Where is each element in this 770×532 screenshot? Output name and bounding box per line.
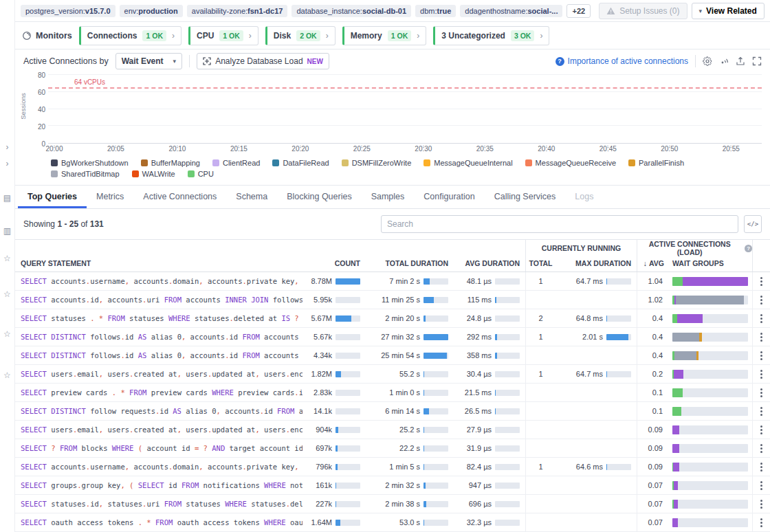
legend-item[interactable]: WALWrite: [132, 170, 175, 178]
legend-item[interactable]: ParallelFinish: [628, 159, 684, 167]
table-row[interactable]: SELECT statuses.id, statuses.uri FROM st…: [15, 495, 770, 513]
legend-item[interactable]: ClientRead: [212, 159, 260, 167]
row-menu-button[interactable]: [752, 309, 770, 327]
legend-item[interactable]: DSMFillZeroWrite: [342, 159, 412, 167]
table-row[interactable]: SELECT users.email, users.created_at, us…: [15, 421, 770, 439]
kebab-icon: [760, 425, 762, 434]
table-row[interactable]: SELECT users.email, users.created_at, us…: [15, 365, 770, 384]
cell-running-total: [525, 291, 556, 309]
row-menu-button[interactable]: [752, 458, 770, 476]
legend-item[interactable]: BgWorkerShutdown: [51, 159, 129, 167]
monitor-card[interactable]: Memory1 OK›: [342, 26, 427, 45]
setup-issues-button[interactable]: Setup Issues (0): [599, 3, 687, 19]
tab-samples[interactable]: Samples: [362, 186, 415, 208]
monitor-card[interactable]: Disk2 OK›: [265, 26, 336, 45]
legend-item[interactable]: CPU: [188, 170, 214, 178]
table-row[interactable]: SELECT accounts.username, accounts.domai…: [15, 272, 770, 291]
column-wait-groups[interactable]: WAIT GROUPS: [668, 255, 752, 271]
star-icon[interactable]: ☆: [3, 371, 11, 379]
legend-swatch: [628, 159, 635, 166]
row-menu-button[interactable]: [752, 272, 770, 290]
chevron-right-icon[interactable]: ›: [6, 143, 9, 151]
table-row[interactable]: SELECT DISTINCT follows.id AS alias_0, a…: [15, 346, 770, 365]
signal-icon[interactable]: [719, 56, 729, 66]
fullscreen-icon[interactable]: [752, 56, 762, 66]
analyze-database-load-button[interactable]: Analyze Database Load NEW: [197, 53, 329, 69]
tag-pill[interactable]: database_instance:social-db-01: [292, 5, 411, 17]
chevron-right-icon: ›: [249, 31, 252, 41]
row-menu-button[interactable]: [752, 421, 770, 439]
row-menu-button[interactable]: [752, 402, 770, 420]
active-connections-group-header: ACTIVE CONNECTIONS (LOAD) ?: [637, 240, 752, 256]
export-icon[interactable]: [736, 56, 745, 66]
table-row[interactable]: SELECT ? FROM blocks WHERE ( account_id …: [15, 439, 770, 458]
table-row[interactable]: SELECT preview_cards . * FROM preview_ca…: [15, 384, 770, 402]
table-row[interactable]: SELECT DISTINCT follow_requests.id AS al…: [15, 402, 770, 421]
chevron-right-icon[interactable]: ›: [6, 159, 9, 168]
tag-pill[interactable]: dbm:true: [415, 5, 456, 17]
notebook-icon[interactable]: ▤: [3, 194, 11, 202]
tab-blocking-queries[interactable]: Blocking Queries: [277, 186, 362, 208]
monitor-card[interactable]: 3 Uncategorized3 OK›: [433, 26, 549, 45]
legend-item[interactable]: BufferMapping: [141, 159, 200, 167]
layers-icon[interactable]: ▥: [3, 227, 11, 235]
table-row[interactable]: SELECT groups.group_key, ( SELECT id FRO…: [15, 476, 770, 495]
column-max-duration[interactable]: MAX DURATION: [556, 255, 637, 271]
cell-total-duration: 6 min 14 s: [366, 402, 454, 420]
tab-configuration[interactable]: Configuration: [414, 186, 484, 208]
chevron-right-icon: ›: [172, 31, 175, 41]
search-input[interactable]: [381, 215, 738, 233]
code-view-button[interactable]: </>: [744, 215, 762, 233]
column-count[interactable]: COUNT: [302, 255, 366, 271]
legend-swatch: [272, 159, 279, 166]
star-icon[interactable]: ☆: [3, 330, 11, 338]
star-icon[interactable]: ☆: [3, 290, 11, 298]
table-row[interactable]: SELECT accounts.id, accounts.uri FROM ac…: [15, 291, 770, 309]
view-related-button[interactable]: ▾ View Related: [692, 3, 764, 19]
row-menu-button[interactable]: [752, 495, 770, 513]
column-avg-duration[interactable]: AVG DURATION: [454, 255, 525, 271]
tab-active-connections[interactable]: Active Connections: [133, 186, 226, 208]
cell-avg-duration: 48.1 µs: [454, 272, 525, 290]
column-query-statement[interactable]: QUERY STATEMENT: [15, 255, 302, 271]
tab-metrics[interactable]: Metrics: [87, 186, 133, 208]
column-total-duration[interactable]: TOTAL DURATION: [366, 255, 454, 271]
tag-pill[interactable]: env:production: [120, 5, 183, 17]
table-row[interactable]: SELECT statuses . * FROM statuses WHERE …: [15, 309, 770, 328]
column-avg-sorted[interactable]: ↓ AVG: [637, 255, 668, 271]
row-menu-button[interactable]: [752, 365, 770, 383]
tab-logs[interactable]: Logs: [565, 186, 603, 208]
column-running-total[interactable]: TOTAL: [525, 255, 556, 271]
cell-wait-groups: [668, 476, 752, 494]
row-menu-button[interactable]: [752, 328, 770, 346]
row-menu-button[interactable]: [752, 384, 770, 401]
cell-max-duration: [556, 291, 637, 309]
table-row[interactable]: SELECT oauth_access_tokens . * FROM oaut…: [15, 513, 770, 532]
tag-pill[interactable]: availability-zone:fsn1-dc17: [187, 5, 288, 17]
monitor-card[interactable]: CPU1 OK›: [188, 26, 258, 45]
legend-item[interactable]: MessageQueueReceive: [525, 159, 616, 167]
gear-icon[interactable]: [703, 56, 712, 66]
row-menu-button[interactable]: [752, 291, 770, 309]
tag-pill[interactable]: postgres_version:v15.7.0: [21, 5, 116, 17]
row-menu-button[interactable]: [752, 476, 770, 494]
info-icon[interactable]: ?: [745, 245, 752, 252]
wait-event-dropdown[interactable]: Wait Event ▾: [116, 53, 182, 69]
table-row[interactable]: SELECT DISTINCT follows.id AS alias_0, a…: [15, 328, 770, 346]
tab-schema[interactable]: Schema: [226, 186, 277, 208]
more-tags-button[interactable]: +22: [566, 4, 591, 18]
tag-pill[interactable]: ddagenthostname:social-...: [460, 5, 562, 17]
row-menu-button[interactable]: [752, 439, 770, 457]
legend-item[interactable]: MessageQueueInternal: [424, 159, 512, 167]
star-icon[interactable]: ☆: [3, 254, 11, 263]
legend-item[interactable]: SharedTidBitmap: [51, 170, 120, 178]
row-menu-button[interactable]: [752, 346, 770, 364]
monitor-card[interactable]: Connections1 OK›: [79, 26, 182, 45]
tab-top-queries[interactable]: Top Queries: [18, 186, 87, 208]
row-menu-button[interactable]: [752, 513, 770, 531]
cell-max-duration: 64.8 ms: [556, 309, 637, 327]
tab-calling-services[interactable]: Calling Services: [485, 186, 566, 208]
table-row[interactable]: SELECT accounts.username, accounts.domai…: [15, 458, 770, 476]
legend-item[interactable]: DataFileRead: [272, 159, 329, 167]
importance-help-link[interactable]: ? Importance of active connections: [556, 56, 688, 66]
